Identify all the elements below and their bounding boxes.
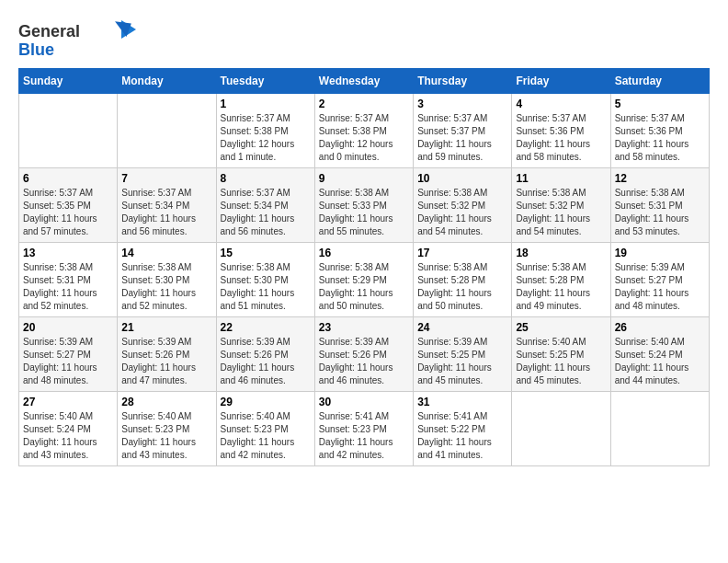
- weekday-header-friday: Friday: [512, 69, 610, 94]
- calendar-cell: 13Sunrise: 5:38 AMSunset: 5:31 PMDayligh…: [19, 243, 118, 317]
- calendar-week-3: 13Sunrise: 5:38 AMSunset: 5:31 PMDayligh…: [19, 243, 710, 317]
- calendar-cell: 8Sunrise: 5:37 AMSunset: 5:34 PMDaylight…: [216, 168, 314, 243]
- day-number: 9: [319, 172, 409, 185]
- calendar-cell: 26Sunrise: 5:40 AMSunset: 5:24 PMDayligh…: [610, 317, 709, 392]
- day-info: Sunrise: 5:41 AMSunset: 5:23 PMDaylight:…: [319, 410, 409, 462]
- calendar-cell: 29Sunrise: 5:40 AMSunset: 5:23 PMDayligh…: [216, 392, 314, 466]
- day-info: Sunrise: 5:39 AMSunset: 5:26 PMDaylight:…: [121, 336, 211, 387]
- day-info: Sunrise: 5:40 AMSunset: 5:24 PMDaylight:…: [23, 410, 113, 462]
- day-number: 24: [417, 321, 507, 334]
- day-number: 1: [221, 98, 311, 110]
- day-info: Sunrise: 5:38 AMSunset: 5:28 PMDaylight:…: [417, 261, 507, 313]
- calendar-cell: [610, 392, 709, 466]
- svg-text:General: General: [18, 22, 80, 40]
- day-info: Sunrise: 5:37 AMSunset: 5:34 PMDaylight:…: [221, 187, 311, 238]
- calendar-cell: 14Sunrise: 5:38 AMSunset: 5:30 PMDayligh…: [118, 243, 216, 317]
- logo: General Blue: [18, 18, 138, 59]
- weekday-header-tuesday: Tuesday: [216, 69, 314, 94]
- day-info: Sunrise: 5:38 AMSunset: 5:30 PMDaylight:…: [121, 261, 211, 313]
- calendar-cell: 5Sunrise: 5:37 AMSunset: 5:36 PMDaylight…: [610, 94, 709, 168]
- day-info: Sunrise: 5:38 AMSunset: 5:28 PMDaylight:…: [516, 261, 606, 313]
- svg-text:Blue: Blue: [18, 40, 54, 59]
- day-info: Sunrise: 5:38 AMSunset: 5:30 PMDaylight:…: [221, 261, 311, 313]
- calendar-cell: [512, 392, 610, 466]
- day-number: 27: [23, 396, 113, 408]
- day-number: 2: [319, 98, 409, 110]
- day-info: Sunrise: 5:39 AMSunset: 5:27 PMDaylight:…: [23, 336, 113, 387]
- calendar-cell: 1Sunrise: 5:37 AMSunset: 5:38 PMDaylight…: [216, 94, 314, 168]
- day-info: Sunrise: 5:37 AMSunset: 5:35 PMDaylight:…: [23, 187, 113, 238]
- weekday-header-sunday: Sunday: [19, 69, 118, 94]
- calendar-cell: 25Sunrise: 5:40 AMSunset: 5:25 PMDayligh…: [512, 317, 610, 392]
- calendar-cell: 11Sunrise: 5:38 AMSunset: 5:32 PMDayligh…: [512, 168, 610, 243]
- calendar-cell: 30Sunrise: 5:41 AMSunset: 5:23 PMDayligh…: [314, 392, 413, 466]
- day-number: 6: [23, 172, 113, 185]
- day-info: Sunrise: 5:38 AMSunset: 5:31 PMDaylight:…: [23, 261, 113, 313]
- logo-svg: General Blue: [18, 18, 138, 59]
- calendar-cell: 22Sunrise: 5:39 AMSunset: 5:26 PMDayligh…: [216, 317, 314, 392]
- day-info: Sunrise: 5:37 AMSunset: 5:36 PMDaylight:…: [516, 112, 606, 164]
- day-info: Sunrise: 5:37 AMSunset: 5:38 PMDaylight:…: [319, 112, 409, 164]
- calendar-cell: 23Sunrise: 5:39 AMSunset: 5:26 PMDayligh…: [314, 317, 413, 392]
- day-number: 20: [23, 321, 113, 334]
- day-info: Sunrise: 5:38 AMSunset: 5:29 PMDaylight:…: [319, 261, 409, 313]
- day-info: Sunrise: 5:37 AMSunset: 5:37 PMDaylight:…: [417, 112, 507, 164]
- calendar-cell: 10Sunrise: 5:38 AMSunset: 5:32 PMDayligh…: [414, 168, 512, 243]
- day-number: 21: [121, 321, 211, 334]
- weekday-header-thursday: Thursday: [414, 69, 512, 94]
- day-info: Sunrise: 5:39 AMSunset: 5:26 PMDaylight:…: [319, 336, 409, 387]
- calendar-week-2: 6Sunrise: 5:37 AMSunset: 5:35 PMDaylight…: [19, 168, 710, 243]
- day-number: 11: [516, 172, 606, 185]
- calendar-header-row: SundayMondayTuesdayWednesdayThursdayFrid…: [19, 69, 710, 94]
- day-number: 31: [417, 396, 507, 408]
- calendar-cell: 24Sunrise: 5:39 AMSunset: 5:25 PMDayligh…: [414, 317, 512, 392]
- day-info: Sunrise: 5:37 AMSunset: 5:36 PMDaylight:…: [615, 112, 705, 164]
- calendar-cell: 9Sunrise: 5:38 AMSunset: 5:33 PMDaylight…: [314, 168, 413, 243]
- calendar-week-4: 20Sunrise: 5:39 AMSunset: 5:27 PMDayligh…: [19, 317, 710, 392]
- day-number: 25: [516, 321, 606, 334]
- day-number: 10: [417, 172, 507, 185]
- day-number: 19: [615, 247, 705, 259]
- day-info: Sunrise: 5:38 AMSunset: 5:31 PMDaylight:…: [615, 187, 705, 238]
- calendar-cell: [19, 94, 118, 168]
- day-info: Sunrise: 5:40 AMSunset: 5:24 PMDaylight:…: [615, 336, 705, 387]
- day-number: 18: [516, 247, 606, 259]
- calendar-cell: 12Sunrise: 5:38 AMSunset: 5:31 PMDayligh…: [610, 168, 709, 243]
- calendar-cell: 18Sunrise: 5:38 AMSunset: 5:28 PMDayligh…: [512, 243, 610, 317]
- day-number: 30: [319, 396, 409, 408]
- calendar-cell: 16Sunrise: 5:38 AMSunset: 5:29 PMDayligh…: [314, 243, 413, 317]
- calendar-cell: 21Sunrise: 5:39 AMSunset: 5:26 PMDayligh…: [118, 317, 216, 392]
- day-info: Sunrise: 5:39 AMSunset: 5:26 PMDaylight:…: [221, 336, 311, 387]
- day-info: Sunrise: 5:37 AMSunset: 5:38 PMDaylight:…: [221, 112, 311, 164]
- day-number: 23: [319, 321, 409, 334]
- calendar-week-5: 27Sunrise: 5:40 AMSunset: 5:24 PMDayligh…: [19, 392, 710, 466]
- logo: General Blue: [18, 18, 138, 59]
- weekday-header-saturday: Saturday: [610, 69, 709, 94]
- calendar-cell: [118, 94, 216, 168]
- calendar-cell: 3Sunrise: 5:37 AMSunset: 5:37 PMDaylight…: [414, 94, 512, 168]
- day-number: 28: [121, 396, 211, 408]
- day-info: Sunrise: 5:40 AMSunset: 5:23 PMDaylight:…: [221, 410, 311, 462]
- page-header: General Blue: [18, 18, 710, 59]
- day-number: 8: [221, 172, 311, 185]
- day-info: Sunrise: 5:38 AMSunset: 5:33 PMDaylight:…: [319, 187, 409, 238]
- weekday-header-monday: Monday: [118, 69, 216, 94]
- day-number: 15: [221, 247, 311, 259]
- day-info: Sunrise: 5:38 AMSunset: 5:32 PMDaylight:…: [417, 187, 507, 238]
- weekday-header-wednesday: Wednesday: [314, 69, 413, 94]
- calendar-cell: 31Sunrise: 5:41 AMSunset: 5:22 PMDayligh…: [414, 392, 512, 466]
- day-info: Sunrise: 5:41 AMSunset: 5:22 PMDaylight:…: [417, 410, 507, 462]
- day-number: 26: [615, 321, 705, 334]
- day-number: 3: [417, 98, 507, 110]
- calendar-cell: 15Sunrise: 5:38 AMSunset: 5:30 PMDayligh…: [216, 243, 314, 317]
- calendar-cell: 4Sunrise: 5:37 AMSunset: 5:36 PMDaylight…: [512, 94, 610, 168]
- day-number: 7: [121, 172, 211, 185]
- calendar-cell: 17Sunrise: 5:38 AMSunset: 5:28 PMDayligh…: [414, 243, 512, 317]
- day-info: Sunrise: 5:39 AMSunset: 5:25 PMDaylight:…: [417, 336, 507, 387]
- day-number: 14: [121, 247, 211, 259]
- day-number: 13: [23, 247, 113, 259]
- day-info: Sunrise: 5:37 AMSunset: 5:34 PMDaylight:…: [121, 187, 211, 238]
- calendar-cell: 28Sunrise: 5:40 AMSunset: 5:23 PMDayligh…: [118, 392, 216, 466]
- day-number: 5: [615, 98, 705, 110]
- day-number: 22: [221, 321, 311, 334]
